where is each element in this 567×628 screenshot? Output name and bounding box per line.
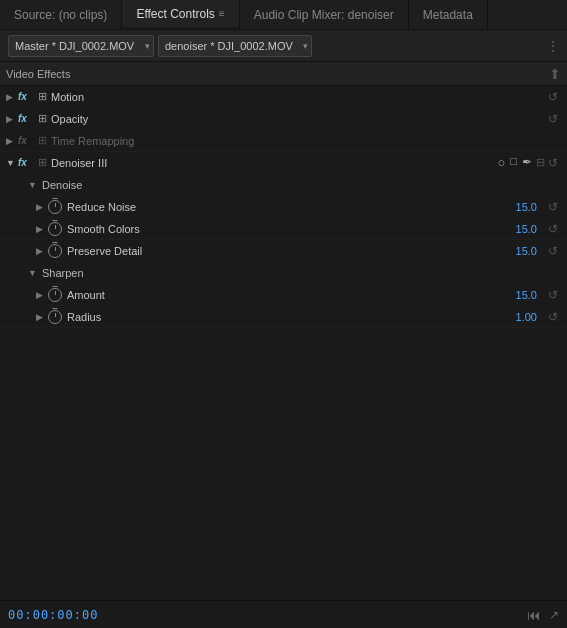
smooth-colors-label: Smooth Colors [67, 223, 497, 235]
bottom-bar: 00:00:00:00 ⏮ ↗ [0, 600, 567, 628]
opacity-fx-badge: fx [18, 113, 34, 124]
time-remapping-fx-badge: fx [18, 135, 34, 146]
smooth-colors-stopwatch[interactable] [48, 222, 62, 236]
amount-stopwatch[interactable] [48, 288, 62, 302]
tab-source[interactable]: Source: (no clips) [0, 0, 122, 29]
radius-row: ▶ Radius 1.00 ↺ [0, 306, 567, 328]
bottom-controls: ⏮ ↗ [527, 607, 559, 623]
amount-row: ▶ Amount 15.0 ↺ [0, 284, 567, 306]
tab-audio-clip-mixer-label: Audio Clip Mixer: denoiser [254, 8, 394, 22]
opacity-label: Opacity [51, 113, 545, 125]
motion-fx-badge: fx [18, 91, 34, 102]
time-remapping-row: ▶ fx ⊞ Time Remapping [0, 130, 567, 152]
preserve-detail-row: ▶ Preserve Detail 15.0 ↺ [0, 240, 567, 262]
radius-reset-btn[interactable]: ↺ [545, 310, 561, 324]
tab-metadata-label: Metadata [423, 8, 473, 22]
preserve-detail-stopwatch[interactable] [48, 244, 62, 258]
motion-icon: ⊞ [38, 90, 47, 103]
denoiser-dropdown[interactable]: denoiser * DJI_0002.MOV [158, 35, 312, 57]
preserve-detail-chevron[interactable]: ▶ [36, 246, 48, 256]
reduce-noise-value[interactable]: 15.0 [497, 201, 537, 213]
denoiser-iii-icon: ⊞ [38, 156, 47, 169]
source-bar: Master * DJI_0002.MOV denoiser * DJI_000… [0, 30, 567, 62]
reduce-noise-stopwatch[interactable] [48, 200, 62, 214]
time-remapping-chevron[interactable]: ▶ [6, 136, 18, 146]
sharpen-sub-header: ▼ Sharpen [0, 262, 567, 284]
motion-label: Motion [51, 91, 545, 103]
radius-stopwatch[interactable] [48, 310, 62, 324]
export-btn[interactable]: ↗ [549, 608, 559, 622]
smooth-colors-row: ▶ Smooth Colors 15.0 ↺ [0, 218, 567, 240]
circle-shape-icon[interactable]: ○ [497, 155, 505, 170]
video-effects-header: Video Effects ⬆ [0, 62, 567, 86]
radius-value[interactable]: 1.00 [497, 311, 537, 323]
opacity-chevron[interactable]: ▶ [6, 114, 18, 124]
tab-bar: Source: (no clips) Effect Controls ≡ Aud… [0, 0, 567, 30]
denoiser-iii-row: ▼ fx ⊞ Denoiser III ○ □ ✒ ⊟ ↺ [0, 152, 567, 174]
reduce-noise-label: Reduce Noise [67, 201, 497, 213]
pen-shape-icon[interactable]: ✒ [522, 155, 532, 170]
video-effects-label: Video Effects [6, 68, 70, 80]
opacity-icon: ⊞ [38, 112, 47, 125]
tab-audio-clip-mixer[interactable]: Audio Clip Mixer: denoiser [240, 0, 409, 29]
radius-label: Radius [67, 311, 497, 323]
sharpen-label: Sharpen [42, 267, 84, 279]
time-remapping-icon: ⊞ [38, 134, 47, 147]
amount-reset-btn[interactable]: ↺ [545, 288, 561, 302]
opacity-row: ▶ fx ⊞ Opacity ↺ [0, 108, 567, 130]
denoise-label: Denoise [42, 179, 82, 191]
motion-reset-btn[interactable]: ↺ [545, 90, 561, 104]
sharpen-sub-chevron[interactable]: ▼ [28, 268, 40, 278]
rect-shape-icon[interactable]: □ [510, 155, 517, 170]
denoiser-iii-label: Denoiser III [51, 157, 493, 169]
effects-panel: Video Effects ⬆ ▶ fx ⊞ Motion ↺ ▶ fx ⊞ O… [0, 62, 567, 600]
tab-metadata[interactable]: Metadata [409, 0, 488, 29]
denoise-sub-header: ▼ Denoise [0, 174, 567, 196]
master-dropdown[interactable]: Master * DJI_0002.MOV [8, 35, 154, 57]
preserve-detail-reset-btn[interactable]: ↺ [545, 244, 561, 258]
step-back-btn[interactable]: ⏮ [527, 607, 541, 623]
denoise-sub-chevron[interactable]: ▼ [28, 180, 40, 190]
tab-effect-controls[interactable]: Effect Controls ≡ [122, 0, 239, 29]
timecode: 00:00:00:00 [8, 608, 98, 622]
smooth-colors-chevron[interactable]: ▶ [36, 224, 48, 234]
smooth-colors-reset-btn[interactable]: ↺ [545, 222, 561, 236]
denoiser-iii-chevron[interactable]: ▼ [6, 158, 18, 168]
tab-source-label: Source: (no clips) [14, 8, 107, 22]
denoiser-extra-btn[interactable]: ⊟ [536, 156, 545, 169]
preserve-detail-value[interactable]: 15.0 [497, 245, 537, 257]
tab-effect-controls-label: Effect Controls [136, 7, 214, 21]
amount-chevron[interactable]: ▶ [36, 290, 48, 300]
motion-row: ▶ fx ⊞ Motion ↺ [0, 86, 567, 108]
opacity-reset-btn[interactable]: ↺ [545, 112, 561, 126]
reduce-noise-row: ▶ Reduce Noise 15.0 ↺ [0, 196, 567, 218]
time-remapping-label: Time Remapping [51, 135, 561, 147]
amount-label: Amount [67, 289, 497, 301]
source-bar-ellipsis[interactable]: ⋮ [547, 39, 559, 53]
radius-chevron[interactable]: ▶ [36, 312, 48, 322]
motion-chevron[interactable]: ▶ [6, 92, 18, 102]
master-dropdown-wrapper: Master * DJI_0002.MOV [8, 35, 154, 57]
reduce-noise-reset-btn[interactable]: ↺ [545, 200, 561, 214]
denoiser-dropdown-wrapper: denoiser * DJI_0002.MOV [158, 35, 312, 57]
amount-value[interactable]: 15.0 [497, 289, 537, 301]
smooth-colors-value[interactable]: 15.0 [497, 223, 537, 235]
denoiser-iii-fx-badge: fx [18, 157, 34, 168]
preserve-detail-label: Preserve Detail [67, 245, 497, 257]
denoiser-iii-reset-btn[interactable]: ↺ [545, 156, 561, 170]
denoiser-shape-icons: ○ □ ✒ [497, 155, 532, 170]
tab-effect-controls-icon: ≡ [219, 8, 225, 19]
scroll-to-top-btn[interactable]: ⬆ [549, 66, 561, 82]
reduce-noise-chevron[interactable]: ▶ [36, 202, 48, 212]
